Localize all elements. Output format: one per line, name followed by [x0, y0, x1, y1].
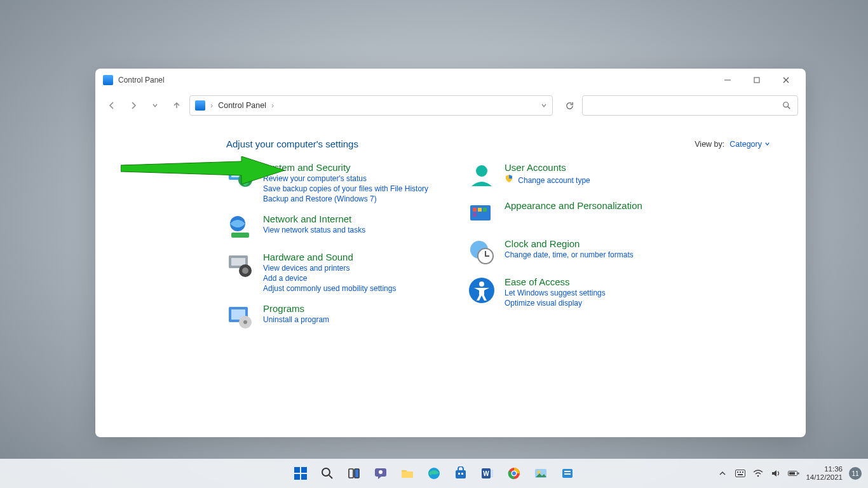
svg-point-11	[242, 268, 248, 274]
tray-overflow-icon[interactable]	[717, 468, 728, 479]
view-by-dropdown[interactable]: Category	[729, 140, 770, 149]
svg-point-1	[783, 102, 789, 107]
keyboard-icon[interactable]	[735, 468, 746, 479]
category-user-accounts: User Accounts Change account type	[468, 162, 671, 190]
taskbar-date: 14/12/2021	[806, 473, 843, 482]
category-task-link[interactable]: Backup and Restore (Windows 7)	[263, 194, 428, 203]
category-task-link[interactable]: Change account type	[505, 174, 590, 185]
category-ease-of-access: Ease of Access Let Windows suggest setti…	[468, 276, 671, 308]
maximize-button[interactable]	[742, 70, 771, 90]
start-button[interactable]	[290, 463, 311, 484]
svg-rect-37	[456, 470, 466, 478]
svg-point-47	[538, 471, 541, 474]
volume-icon[interactable]	[770, 468, 782, 479]
hardware-and-sound-icon	[226, 252, 254, 280]
search-icon[interactable]	[782, 101, 791, 110]
category-title[interactable]: Programs	[263, 303, 329, 314]
taskbar-app-edge[interactable]	[423, 463, 445, 484]
up-button[interactable]	[168, 97, 186, 114]
category-title[interactable]: Network and Internet	[263, 214, 365, 224]
battery-icon[interactable]	[788, 468, 799, 479]
taskbar-app-word[interactable]: W	[477, 463, 498, 484]
content-area: Adjust your computer's settings View by:…	[95, 119, 806, 437]
forward-button[interactable]	[125, 97, 142, 114]
search-box[interactable]	[582, 95, 798, 116]
notification-badge[interactable]: 11	[849, 467, 862, 480]
control-panel-window: Control Panel › Control Panel ›	[95, 69, 806, 437]
category-task-link[interactable]: Change date, time, or number formats	[505, 250, 634, 259]
category-task-link[interactable]: Let Windows suggest settings	[505, 288, 606, 297]
category-task-link[interactable]: View devices and printers	[263, 264, 396, 273]
user-accounts-icon	[468, 162, 496, 190]
breadcrumb-separator-icon: ›	[271, 101, 274, 110]
svg-rect-31	[349, 469, 353, 478]
taskbar-app-generic[interactable]	[557, 463, 578, 484]
taskbar-app-photos[interactable]	[530, 463, 552, 484]
view-by-value: Category	[729, 140, 762, 149]
taskbar-app-chat[interactable]	[370, 463, 391, 484]
titlebar: Control Panel	[95, 69, 806, 92]
svg-rect-19	[478, 208, 482, 212]
task-view-button[interactable]	[343, 463, 365, 484]
taskbar-app-store[interactable]	[450, 463, 471, 484]
annotation-arrow	[121, 156, 286, 184]
taskbar-right: 11:36 14/12/2021 11	[717, 465, 862, 482]
category-task-link[interactable]: Adjust commonly used mobility settings	[263, 284, 396, 293]
category-task-link[interactable]: Uninstall a program	[263, 315, 329, 324]
category-hardware-and-sound: Hardware and Sound View devices and prin…	[226, 252, 442, 293]
category-task-link[interactable]: Save backup copies of your files with Fi…	[263, 184, 428, 193]
svg-rect-53	[740, 471, 741, 473]
category-task-link[interactable]: View network status and tasks	[263, 226, 365, 234]
chevron-down-icon	[764, 141, 770, 147]
uac-shield-icon	[505, 174, 513, 183]
svg-marker-2	[121, 156, 285, 184]
category-column-right: User Accounts Change account type	[468, 162, 671, 331]
control-panel-icon	[195, 100, 205, 111]
svg-rect-51	[736, 470, 745, 477]
taskbar-center: W	[290, 463, 578, 484]
category-clock-and-region: Clock and Region Change date, time, or n…	[468, 238, 671, 266]
address-bar[interactable]: › Control Panel ›	[189, 95, 553, 116]
svg-rect-18	[473, 208, 477, 212]
svg-rect-28	[294, 474, 300, 480]
svg-rect-0	[754, 78, 759, 83]
taskbar-clock[interactable]: 11:36 14/12/2021	[806, 465, 843, 482]
svg-rect-42	[491, 470, 493, 477]
svg-rect-50	[564, 473, 571, 475]
svg-rect-26	[294, 467, 300, 473]
wifi-icon[interactable]	[752, 468, 764, 479]
category-task-link[interactable]: Add a device	[263, 274, 396, 283]
refresh-button[interactable]	[560, 97, 578, 114]
search-input[interactable]	[589, 101, 782, 111]
category-title[interactable]: User Accounts	[505, 162, 590, 173]
category-title[interactable]: System and Security	[263, 162, 428, 173]
taskbar-app-explorer[interactable]	[397, 463, 418, 484]
category-title[interactable]: Hardware and Sound	[263, 252, 396, 262]
svg-point-25	[479, 281, 484, 287]
category-title[interactable]: Appearance and Personalization	[505, 200, 642, 211]
chevron-down-icon[interactable]	[541, 102, 547, 109]
svg-rect-7	[231, 233, 249, 238]
svg-rect-58	[798, 473, 799, 475]
close-button[interactable]	[771, 70, 801, 90]
breadcrumb-separator-icon: ›	[210, 101, 213, 110]
recent-locations-button[interactable]	[146, 97, 164, 114]
svg-rect-49	[564, 471, 571, 472]
svg-rect-59	[789, 472, 795, 475]
taskbar-app-chrome[interactable]	[503, 463, 525, 484]
category-title[interactable]: Clock and Region	[505, 238, 634, 249]
taskbar-search-button[interactable]	[316, 463, 338, 484]
svg-rect-9	[231, 258, 245, 266]
category-task-link[interactable]: Review your computer's status	[263, 174, 428, 183]
breadcrumb-root[interactable]: Control Panel	[218, 101, 266, 110]
taskbar-time: 11:36	[806, 465, 843, 473]
svg-point-56	[757, 475, 759, 477]
category-title[interactable]: Ease of Access	[505, 276, 606, 287]
back-button[interactable]	[103, 97, 121, 114]
svg-rect-35	[402, 471, 413, 478]
category-column-left: System and Security Review your computer…	[226, 162, 442, 331]
svg-point-16	[476, 165, 487, 177]
category-task-link[interactable]: Optimize visual display	[505, 299, 606, 308]
minimize-button[interactable]	[713, 70, 742, 90]
svg-point-45	[512, 471, 516, 475]
